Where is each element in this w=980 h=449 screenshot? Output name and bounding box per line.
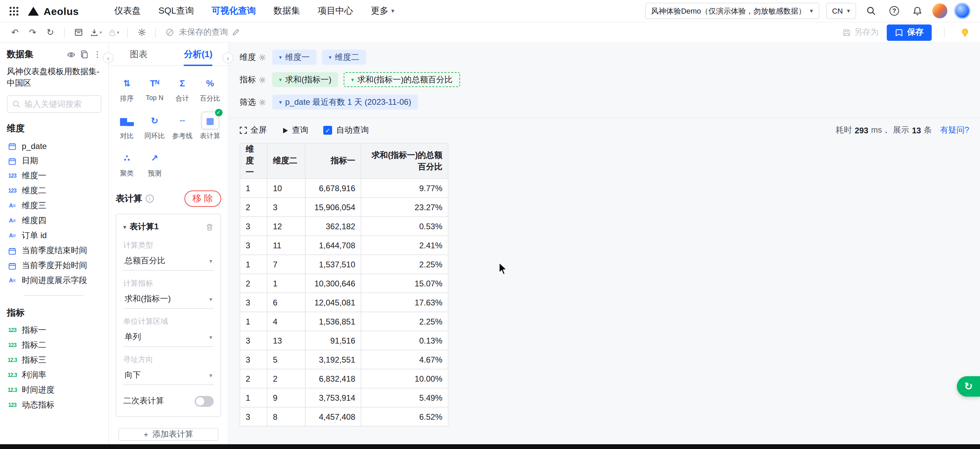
query-chip[interactable]: ▾维度一 bbox=[272, 50, 317, 65]
nav-item-3[interactable]: 数据集 bbox=[274, 5, 300, 17]
field-item[interactable]: A≡订单 id bbox=[7, 228, 102, 244]
trash-icon[interactable] bbox=[205, 223, 214, 231]
calc-field-select[interactable]: 总额百分比▾ bbox=[123, 252, 214, 271]
query-chip[interactable]: ▾维度二 bbox=[322, 50, 366, 65]
tips-bulb-icon[interactable] bbox=[957, 24, 973, 40]
search-icon[interactable] bbox=[863, 3, 879, 19]
nav-item-4[interactable]: 项目中心 bbox=[318, 5, 353, 17]
field-item[interactable]: 123维度一 bbox=[7, 169, 102, 184]
save-button[interactable]: 保存 bbox=[887, 24, 932, 40]
logo[interactable]: Aeolus bbox=[28, 5, 79, 17]
column-header[interactable]: 指标一 bbox=[305, 143, 361, 179]
notifications-bell-icon[interactable] bbox=[909, 3, 926, 19]
calc-field-select[interactable]: 向下▾ bbox=[123, 366, 214, 385]
field-item[interactable]: 当前季度结束时间 bbox=[7, 244, 102, 259]
secondary-calc-toggle[interactable] bbox=[195, 396, 214, 406]
field-item[interactable]: 123维度二 bbox=[7, 184, 102, 199]
lock-icon[interactable]: ▾ bbox=[105, 25, 122, 40]
column-header[interactable]: 维度一 bbox=[240, 143, 267, 179]
field-item[interactable]: A≡时间进度展示字段 bbox=[7, 273, 102, 289]
field-item[interactable]: 123指标二 bbox=[7, 338, 102, 353]
cell: 15.07% bbox=[361, 274, 448, 293]
remove-table-calc-button[interactable]: 移 除 bbox=[184, 190, 221, 207]
language-selector[interactable]: CN ▾ bbox=[826, 3, 856, 19]
analysis-tool-4[interactable]: ▆▃对比 bbox=[113, 111, 141, 141]
app-launcher-icon[interactable] bbox=[10, 6, 18, 15]
calc-field-select[interactable]: 单列▾ bbox=[123, 328, 214, 347]
cell: 5 bbox=[267, 350, 305, 369]
analysis-tool-7[interactable]: ▦✓表计算 bbox=[196, 111, 224, 141]
gear-icon[interactable] bbox=[259, 76, 266, 83]
text-field-icon: A≡ bbox=[7, 278, 18, 284]
analysis-tool-1[interactable]: TᴺTop N bbox=[141, 74, 169, 103]
user-avatar[interactable] bbox=[932, 3, 947, 18]
redo-icon[interactable]: ↷ bbox=[24, 25, 41, 40]
column-header[interactable]: 求和(指标一)的总额百分比 bbox=[361, 143, 448, 179]
tab-analysis[interactable]: 分析(1) bbox=[169, 43, 228, 65]
table-calc-card-header[interactable]: ▾ 表计算1 bbox=[123, 221, 214, 233]
assistant-fab[interactable]: ↻ bbox=[957, 376, 980, 397]
fullscreen-button[interactable]: 全屏 bbox=[240, 124, 267, 136]
mouse-cursor bbox=[498, 262, 508, 278]
query-config: 维度▾维度一▾维度二指标▾求和(指标一)▾求和(指标一)的总额百分比筛选▾p_d… bbox=[229, 50, 980, 118]
undo-icon[interactable]: ↶ bbox=[7, 25, 23, 40]
field-item[interactable]: p_date bbox=[7, 139, 102, 154]
download-icon[interactable]: ▾ bbox=[88, 25, 104, 40]
field-item[interactable]: 12.3利润率 bbox=[7, 368, 102, 383]
field-item[interactable]: 123指标一 bbox=[7, 323, 102, 338]
query-chip[interactable]: ▾求和(指标一)的总额百分比 bbox=[344, 72, 460, 87]
field-item[interactable]: A≡维度三 bbox=[7, 199, 102, 214]
collapse-sidebar-button[interactable]: ‹ bbox=[103, 52, 114, 63]
run-query-button[interactable]: 查询 bbox=[282, 124, 308, 136]
add-table-calc-button[interactable]: + 添加表计算 bbox=[118, 428, 218, 441]
refresh-icon[interactable]: ↻ bbox=[42, 25, 59, 40]
column-header[interactable]: 维度二 bbox=[267, 143, 305, 179]
more-kebab-icon[interactable]: ⋮ bbox=[93, 50, 102, 59]
field-item[interactable]: 12.3指标三 bbox=[7, 353, 102, 368]
query-chip[interactable]: ▾求和(指标一) bbox=[272, 72, 338, 87]
field-item[interactable]: 12.3时间进度 bbox=[7, 383, 102, 398]
decimal-field-icon: 12.3 bbox=[7, 357, 18, 363]
table-row: 141,536,8512.25% bbox=[240, 312, 448, 331]
cell: 15,906,054 bbox=[305, 198, 361, 217]
field-item[interactable]: 当前季度开始时间 bbox=[7, 259, 102, 273]
analysis-tool-0[interactable]: ⇅排序 bbox=[113, 74, 141, 103]
analysis-tool-6[interactable]: ╌参考线 bbox=[169, 111, 196, 141]
field-label: 利润率 bbox=[22, 370, 46, 381]
field-item[interactable]: A≡维度四 bbox=[7, 214, 102, 228]
help-link[interactable]: 有疑问? bbox=[940, 124, 969, 136]
save-as-button[interactable]: 另存为 bbox=[843, 27, 878, 38]
collapse-panel-button[interactable]: ‹ bbox=[223, 52, 234, 63]
assistant-avatar[interactable] bbox=[954, 3, 970, 19]
preview-sql-icon[interactable] bbox=[70, 25, 86, 40]
analysis-panel: ‹ 图表 分析(1) ⇅排序TᴺTop NΣ合计%百分比▆▃对比↻同环比╌参考线… bbox=[109, 43, 229, 444]
analysis-tool-9[interactable]: ↗预测 bbox=[141, 149, 169, 178]
metrics-list: 123指标一123指标二12.3指标三12.3利润率12.3时间进度123动态指… bbox=[7, 323, 102, 413]
field-search-input[interactable] bbox=[24, 99, 96, 109]
edit-pencil-icon[interactable] bbox=[232, 29, 240, 36]
calc-field-select[interactable]: 求和(指标一)▾ bbox=[123, 290, 214, 309]
save-as-label: 另存为 bbox=[854, 27, 878, 38]
nav-item-5[interactable]: 更多▾ bbox=[371, 5, 395, 17]
nav-item-1[interactable]: SQL查询 bbox=[159, 5, 194, 17]
tab-chart[interactable]: 图表 bbox=[109, 43, 169, 65]
gear-icon[interactable] bbox=[259, 98, 266, 106]
nav-item-0[interactable]: 仪表盘 bbox=[115, 5, 141, 17]
analysis-tool-8[interactable]: ∴聚类 bbox=[113, 149, 141, 178]
settings-gear-icon[interactable] bbox=[134, 25, 150, 40]
query-chip[interactable]: ▾p_date 最近有数 1 天 (2023-11-06) bbox=[272, 95, 418, 109]
help-icon[interactable]: ? bbox=[886, 3, 902, 19]
nav-item-2[interactable]: 可视化查询 bbox=[212, 5, 256, 17]
result-table: 维度一维度二指标一求和(指标一)的总额百分比 1106,678,9169.77%… bbox=[240, 143, 449, 427]
analysis-tool-3[interactable]: %百分比 bbox=[196, 74, 224, 103]
field-item[interactable]: 123动态指标 bbox=[7, 398, 102, 413]
gear-icon[interactable] bbox=[259, 53, 266, 61]
field-item[interactable]: 日期 bbox=[7, 154, 102, 169]
workspace-selector[interactable]: 风神体验Demo（仅演示体验，勿放敏感数据） ▾ bbox=[645, 3, 819, 19]
info-icon[interactable]: i bbox=[146, 195, 154, 203]
dataset-doc-icon[interactable] bbox=[80, 50, 89, 59]
analysis-tool-5[interactable]: ↻同环比 bbox=[141, 111, 169, 141]
visibility-eye-icon[interactable] bbox=[67, 50, 76, 59]
analysis-tool-2[interactable]: Σ合计 bbox=[169, 74, 196, 103]
auto-query-checkbox[interactable]: ✓ 自动查询 bbox=[323, 124, 369, 136]
